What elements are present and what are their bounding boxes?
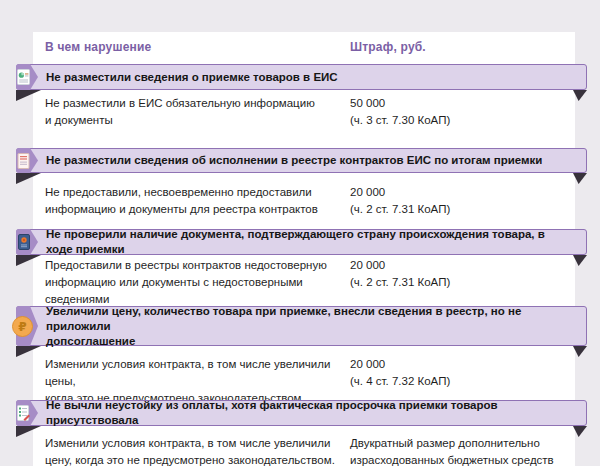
section-banner: Не разместили сведения о приемке товаров…: [16, 64, 587, 90]
fine-legal-ref: (ч. 2 ст. 7.31 КоАП): [350, 201, 575, 218]
column-header-fine: Штраф, руб.: [350, 40, 426, 54]
violation-cell: Не предоставили, несвоевременно предоста…: [45, 184, 347, 218]
fine-amount: 20 000: [350, 184, 575, 201]
document-lines-icon: [17, 153, 30, 169]
ribbon-fold-right: [573, 255, 587, 266]
fine-legal-ref: израсходованных бюджетных средств: [350, 452, 575, 466]
violation-cell: Предоставили в реестры контрактов недост…: [45, 257, 347, 308]
fine-cell: 50 000 (ч. 3 ст. 7.30 КоАП): [350, 95, 575, 129]
section-banner-title: Не проверили наличие документа, подтверж…: [46, 227, 566, 257]
fine-amount: 20 000: [350, 356, 575, 373]
fine-legal-ref: (ч. 2 ст. 7.31 КоАП): [350, 274, 575, 291]
ruble-coin-icon: ₽: [12, 316, 33, 337]
section-banner-title: Не разместили сведения о приемке товаров…: [46, 70, 566, 85]
section-banner-title: Не вычли неустойку из оплаты, хотя факти…: [46, 398, 566, 428]
section-banner: Не проверили наличие документа, подтверж…: [16, 229, 587, 255]
section-banner: Увеличили цену, количество товара при пр…: [16, 306, 587, 346]
violation-cell: Изменили условия контракта, в том числе …: [45, 435, 347, 466]
violation-cell: Не разместили в ЕИС обязательную информа…: [45, 95, 347, 129]
fine-cell: Двукратный размер дополнительно израсход…: [350, 435, 575, 466]
column-header-violation: В чем нарушение: [45, 40, 151, 54]
fine-amount: 50 000: [350, 95, 575, 112]
ribbon-fold-right: [573, 90, 587, 101]
fine-legal-ref: (ч. 3 ст. 7.30 КоАП): [350, 112, 575, 129]
passport-icon: [18, 234, 30, 250]
fine-cell: 20 000 (ч. 4 ст. 7.32 КоАП): [350, 356, 575, 390]
fine-amount: Двукратный размер дополнительно: [350, 435, 575, 452]
section-banner-title: Увеличили цену, количество товара при пр…: [46, 304, 566, 334]
fine-amount: 20 000: [350, 257, 575, 274]
section-banner-title: Не разместили сведения об исполнении в р…: [46, 153, 566, 168]
section-banner: Не разместили сведения об исполнении в р…: [16, 148, 587, 173]
section-banner: Не вычли неустойку из оплаты, хотя факти…: [16, 400, 587, 426]
report-chart-icon: [17, 69, 30, 85]
fine-cell: 20 000 (ч. 2 ст. 7.31 КоАП): [350, 257, 575, 291]
checklist-pencil-icon: [17, 405, 30, 421]
ribbon-fold-right: [573, 346, 587, 357]
fine-cell: 20 000 (ч. 2 ст. 7.31 КоАП): [350, 184, 575, 218]
ribbon-fold-right: [573, 426, 587, 437]
penalties-infographic: В чем нарушение Штраф, руб. Не разместил…: [0, 0, 600, 466]
section-banner-title-line2: допсоглашение: [46, 334, 566, 349]
fine-legal-ref: (ч. 4 ст. 7.32 КоАП): [350, 373, 575, 390]
ribbon-fold-right: [573, 173, 587, 184]
